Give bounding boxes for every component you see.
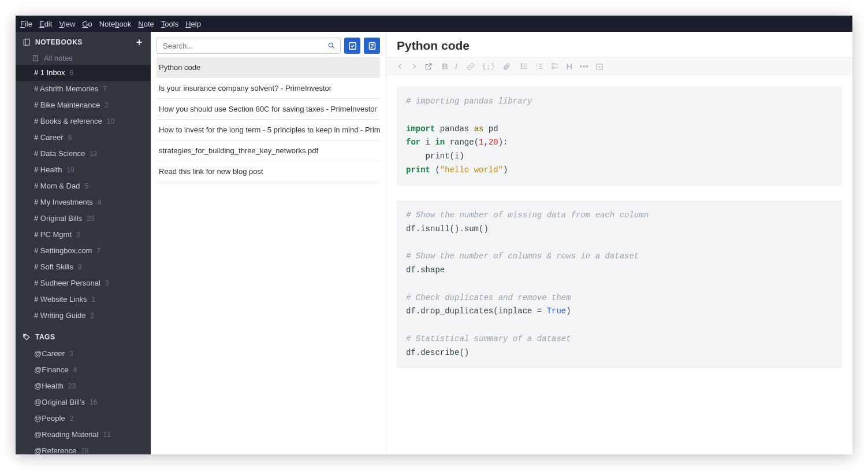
sidebar-notebook-item[interactable]: # Ashrith Memories7 bbox=[16, 81, 151, 97]
notebook-count: 2 bbox=[90, 310, 94, 321]
notebook-count: 7 bbox=[96, 245, 100, 257]
external-link-icon[interactable] bbox=[424, 62, 433, 71]
menu-note[interactable]: Note bbox=[138, 20, 154, 28]
menu-notebook[interactable]: Notebook bbox=[99, 20, 132, 28]
tag-count: 3 bbox=[69, 348, 73, 360]
menu-go[interactable]: Go bbox=[82, 20, 92, 28]
note-title[interactable]: Python code bbox=[386, 32, 852, 57]
code-icon[interactable]: {;} bbox=[482, 62, 495, 71]
numbered-list-icon[interactable]: 123 bbox=[535, 62, 544, 71]
nav-back-icon[interactable] bbox=[397, 63, 404, 70]
sidebar-tag-item[interactable]: @Reference28 bbox=[16, 443, 151, 454]
note-list-item[interactable]: How to invest for the long term - 5 prin… bbox=[157, 120, 380, 140]
notebook-icon bbox=[23, 38, 31, 46]
note-list-item[interactable]: Is your insurance company solvent? - Pri… bbox=[157, 78, 380, 99]
notebook-count: 3 bbox=[76, 229, 80, 240]
sidebar-notebook-item[interactable]: # Sudheer Personal3 bbox=[16, 275, 151, 291]
sidebar-tag-item[interactable]: @Finance4 bbox=[16, 362, 151, 378]
notebook-label: # Website Links bbox=[34, 294, 87, 305]
tag-label: @Reference bbox=[34, 445, 76, 454]
notebook-label: # Health bbox=[34, 164, 62, 176]
sidebar-tag-item[interactable]: @Reading Material11 bbox=[16, 427, 151, 443]
new-todo-button[interactable] bbox=[344, 38, 360, 54]
sidebar-notebook-item[interactable]: # Mom & Dad5 bbox=[16, 178, 151, 194]
tag-count: 23 bbox=[68, 380, 76, 392]
sidebar-tag-item[interactable]: @Health23 bbox=[16, 378, 151, 394]
hr-icon[interactable]: ••• bbox=[579, 61, 588, 71]
editor-toolbar: B I {;} 123 H ••• bbox=[386, 57, 852, 75]
editor-panel: Python code B I {;} 123 bbox=[386, 32, 852, 454]
search-icon[interactable] bbox=[327, 42, 336, 50]
new-note-button[interactable] bbox=[364, 38, 380, 54]
bullet-list-icon[interactable] bbox=[520, 62, 528, 71]
tag-list: @Career3@Finance4@Health23@Original Bill… bbox=[16, 346, 151, 454]
notebooks-label: NOTEBOOKS bbox=[35, 38, 83, 46]
note-items: Python codeIs your insurance company sol… bbox=[151, 57, 386, 454]
link-icon[interactable] bbox=[467, 62, 475, 71]
sidebar-notebook-item[interactable]: # Settingbox.com7 bbox=[16, 243, 151, 259]
search-input[interactable] bbox=[157, 38, 340, 53]
notebooks-header: NOTEBOOKS bbox=[16, 32, 151, 51]
tag-label: @People bbox=[34, 413, 65, 424]
menu-edit[interactable]: Edit bbox=[39, 20, 52, 28]
sidebar-notebook-item[interactable]: # My Investments4 bbox=[16, 194, 151, 210]
checkbox-list-icon[interactable] bbox=[551, 62, 560, 71]
sidebar-tag-item[interactable]: @Original Bill's16 bbox=[16, 394, 151, 410]
sidebar-notebook-item[interactable]: # Health19 bbox=[16, 162, 151, 178]
attachment-icon[interactable] bbox=[502, 62, 511, 71]
note-list-item[interactable]: Python code bbox=[157, 57, 380, 78]
heading-icon[interactable]: H bbox=[567, 61, 573, 71]
code-block-1: # importing pandas library import pandas… bbox=[397, 87, 842, 186]
editor-content[interactable]: # importing pandas library import pandas… bbox=[386, 75, 852, 454]
notebook-label: # Sudheer Personal bbox=[34, 277, 100, 289]
menu-help[interactable]: Help bbox=[185, 20, 201, 28]
svg-text:3: 3 bbox=[536, 68, 538, 71]
notebook-label: # My Investments bbox=[34, 197, 93, 208]
sidebar-notebook-item[interactable]: # 1 Inbox6 bbox=[16, 65, 151, 81]
svg-point-8 bbox=[329, 43, 333, 47]
notebook-count: 3 bbox=[105, 277, 109, 289]
sidebar-notebook-item[interactable]: # PC Mgmt3 bbox=[16, 227, 151, 243]
nav-forward-icon[interactable] bbox=[411, 63, 418, 70]
sidebar-tag-item[interactable]: @People2 bbox=[16, 410, 151, 427]
svg-line-15 bbox=[428, 64, 431, 66]
sidebar-notebook-item[interactable]: # Original Bills20 bbox=[16, 210, 151, 227]
notebook-label: # 1 Inbox bbox=[34, 67, 65, 79]
note-list-item[interactable]: How you should use Section 80C for savin… bbox=[157, 99, 380, 120]
menu-tools[interactable]: Tools bbox=[161, 20, 178, 28]
tag-label: @Reading Material bbox=[34, 429, 98, 441]
svg-point-17 bbox=[521, 66, 522, 67]
svg-rect-28 bbox=[552, 64, 553, 65]
tag-count: 28 bbox=[81, 445, 88, 454]
all-notes-label: All notes bbox=[44, 54, 73, 62]
note-list-item[interactable]: strategies_for_building_three_key_networ… bbox=[157, 140, 380, 161]
tag-count: 16 bbox=[90, 397, 97, 408]
notebook-label: # Ashrith Memories bbox=[34, 83, 98, 95]
tag-count: 11 bbox=[103, 429, 110, 441]
add-notebook-icon[interactable] bbox=[135, 38, 144, 47]
italic-icon[interactable]: I bbox=[455, 61, 457, 71]
bold-icon[interactable]: B bbox=[442, 61, 448, 71]
sidebar-notebook-item[interactable]: # Soft Skills9 bbox=[16, 259, 151, 275]
menu-view[interactable]: View bbox=[59, 20, 75, 28]
notebook-count: 5 bbox=[84, 180, 88, 192]
note-list-item[interactable]: Read this link for new blog post bbox=[157, 161, 380, 182]
notebook-count: 19 bbox=[66, 164, 74, 176]
insert-date-icon[interactable] bbox=[595, 62, 603, 71]
svg-line-9 bbox=[332, 46, 334, 48]
sidebar-notebook-item[interactable]: # Website Links1 bbox=[16, 291, 151, 308]
menu-file[interactable]: File bbox=[20, 20, 32, 28]
notebook-count: 7 bbox=[103, 83, 107, 95]
notelist-toolbar bbox=[151, 32, 386, 57]
sidebar-tag-item[interactable]: @Career3 bbox=[16, 346, 151, 362]
sidebar-notebook-item[interactable]: # Writing Guide2 bbox=[16, 308, 151, 324]
svg-point-7 bbox=[24, 335, 25, 336]
notebook-count: 9 bbox=[78, 261, 82, 273]
sidebar-all-notes[interactable]: All notes bbox=[16, 51, 151, 65]
sidebar-notebook-item[interactable]: # Data Science12 bbox=[16, 146, 151, 162]
sidebar-notebook-item[interactable]: # Career6 bbox=[16, 129, 151, 146]
notebook-count: 6 bbox=[70, 67, 74, 79]
all-notes-icon bbox=[32, 54, 39, 62]
sidebar-notebook-item[interactable]: # Bike Maintenance2 bbox=[16, 97, 151, 113]
sidebar-notebook-item[interactable]: # Books & reference10 bbox=[16, 113, 151, 129]
